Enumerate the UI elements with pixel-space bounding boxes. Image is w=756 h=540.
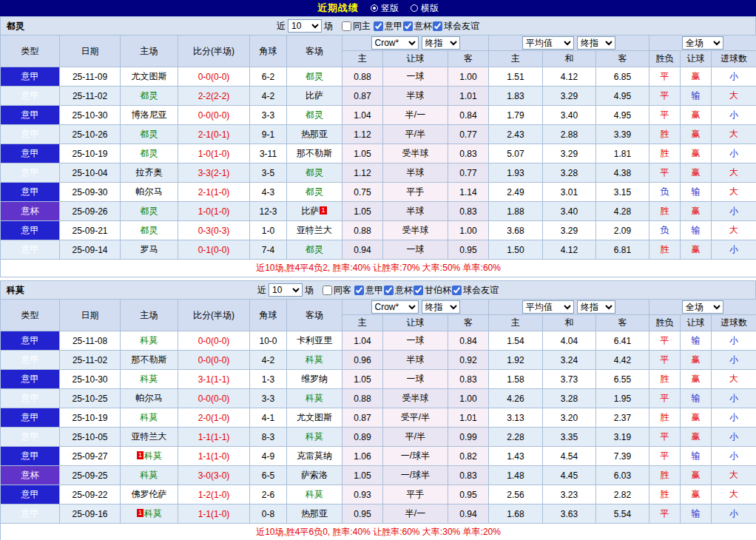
away-odds: 0.95 (448, 240, 489, 260)
odds-company-select[interactable]: Crow* (371, 300, 419, 314)
match-date: 25-09-26 (60, 202, 121, 221)
home-team: 博洛尼亚 (121, 106, 178, 125)
radio-horizontal[interactable]: 横版 (411, 2, 439, 15)
odds-final-select[interactable]: 终指 (422, 36, 460, 50)
home-team: 帕尔马 (121, 183, 178, 202)
handicap-line: 一/球半 (383, 447, 448, 466)
away-team: 克雷莫纳 (287, 447, 342, 466)
radio-horizontal-label: 横版 (421, 2, 439, 15)
avg-away-odds: 1.81 (596, 144, 649, 163)
same-venue-checkbox[interactable] (342, 21, 351, 31)
match-date: 25-09-27 (60, 447, 121, 466)
away-odds: 0.84 (448, 331, 489, 351)
odds-final-select[interactable]: 终指 (422, 300, 460, 314)
avg-draw-odds: 3.23 (543, 485, 596, 504)
league-filter[interactable]: 甘伯杯 (413, 284, 451, 297)
team-text: 那不勒斯 (297, 148, 332, 158)
team-text: 克雷莫纳 (297, 450, 332, 461)
corner-score: 8-3 (250, 428, 287, 447)
avg-home-odds: 1.92 (489, 351, 543, 370)
match-count-select[interactable]: 10 (288, 19, 322, 33)
handicap-result: 赢 (681, 240, 712, 260)
radio-horizontal-dot[interactable] (411, 4, 418, 12)
league-checkbox[interactable] (433, 21, 442, 31)
radio-vertical-dot[interactable] (371, 4, 378, 12)
league-label: 意甲 (385, 20, 402, 33)
fulltime-select[interactable]: 全场 (682, 36, 723, 50)
team-text: 热那亚 (301, 508, 328, 519)
goals-result: 小 (712, 428, 756, 447)
team-section: 科莫 近 10 场 同客 意甲意杯甘伯杯球会友谊 类型 日期 主场 (0, 280, 756, 540)
same-venue-checkbox[interactable] (323, 286, 332, 295)
league-badge: 意甲 (1, 183, 60, 202)
match-row: 意杯25-09-26都灵1-0(1-0)12-3比萨11.05半球0.831.8… (1, 202, 756, 221)
away-odds: 1.00 (448, 221, 489, 240)
match-score: 2-1(1-0) (178, 183, 250, 202)
away-team: 萨索洛 (287, 466, 342, 485)
avg-draw-odds: 3.28 (543, 389, 596, 408)
team-text: 科莫 (141, 470, 158, 480)
handicap-result: 输 (681, 504, 712, 524)
match-score: 0-0(0-0) (178, 331, 250, 351)
home-team: 科莫 (121, 466, 178, 485)
same-venue-filter[interactable]: 同客 (322, 284, 351, 297)
handicap-result: 赢 (681, 408, 712, 428)
match-date: 25-09-16 (60, 504, 121, 524)
league-filter[interactable]: 意杯 (402, 20, 432, 33)
away-team: 热那亚 (287, 125, 342, 144)
match-count-select[interactable]: 10 (269, 283, 303, 297)
col-type: 类型 (1, 36, 60, 67)
away-team: 都灵 (287, 240, 342, 260)
away-odds: 0.77 (448, 125, 489, 144)
radio-vertical[interactable]: 竖版 (371, 2, 399, 15)
league-checkbox[interactable] (452, 286, 462, 295)
col-avg-home: 主 (489, 315, 543, 331)
league-filter[interactable]: 意甲 (373, 20, 402, 33)
handicap-line: 平手 (383, 183, 448, 202)
match-score: 0-0(0-0) (178, 389, 250, 408)
league-filter[interactable]: 意杯 (383, 284, 413, 297)
goals-result: 大 (712, 163, 756, 183)
league-checkbox[interactable] (414, 286, 423, 295)
league-label: 意杯 (414, 20, 432, 33)
league-filter[interactable]: 球会友谊 (432, 20, 479, 33)
home-team: 都灵 (121, 221, 178, 240)
handicap-line: 平/半 (383, 428, 448, 447)
corner-score: 10-0 (250, 331, 287, 351)
match-row: 意甲25-09-14罗马0-1(0-0)7-4都灵0.94一球0.951.504… (1, 240, 756, 260)
handicap-result: 赢 (681, 163, 712, 183)
match-row: 意甲25-10-26都灵2-1(0-1)9-1热那亚1.12平/半0.772.4… (1, 125, 756, 144)
avg-home-odds: 3.68 (489, 221, 543, 240)
same-venue-filter[interactable]: 同主 (341, 20, 371, 33)
goals-result: 小 (712, 67, 756, 87)
league-checkbox[interactable] (354, 286, 364, 295)
league-checkbox[interactable] (374, 21, 383, 31)
home-team: 1科莫 (121, 447, 178, 466)
team-text: 维罗纳 (301, 374, 328, 384)
team-text: 卡利亚里 (297, 335, 332, 345)
team-text: 尤文图斯 (297, 412, 332, 422)
league-checkbox[interactable] (384, 286, 394, 295)
fulltime-select[interactable]: 全场 (682, 300, 723, 314)
handicap-result: 赢 (681, 106, 712, 125)
league-checkbox[interactable] (403, 21, 413, 31)
league-filter[interactable]: 球会友谊 (451, 284, 499, 297)
avg-draw-odds: 3.20 (543, 408, 596, 428)
avg-draw-odds: 4.45 (543, 466, 596, 485)
avg-select[interactable]: 平均值 (522, 36, 574, 50)
goals-result: 大 (712, 485, 756, 504)
away-team: 那不勒斯 (287, 144, 342, 163)
avg-final-select[interactable]: 终指 (577, 36, 615, 50)
team-text: 萨索洛 (301, 470, 328, 480)
league-filter[interactable]: 意甲 (354, 284, 383, 297)
away-odds: 0.99 (448, 428, 489, 447)
col-score: 比分(半场) (178, 300, 250, 331)
avg-select[interactable]: 平均值 (522, 300, 574, 314)
near-label: 近 (277, 20, 286, 33)
avg-final-select[interactable]: 终指 (577, 300, 615, 314)
away-odds: 1.01 (448, 87, 489, 106)
odds-company-select[interactable]: Crow* (371, 36, 419, 50)
match-date: 25-10-30 (60, 106, 121, 125)
col-avg-home: 主 (489, 51, 543, 67)
summary-row: 近10场,胜4平4负2, 胜率:40% 让胜率:70% 大率:50% 单率:60… (1, 260, 756, 277)
